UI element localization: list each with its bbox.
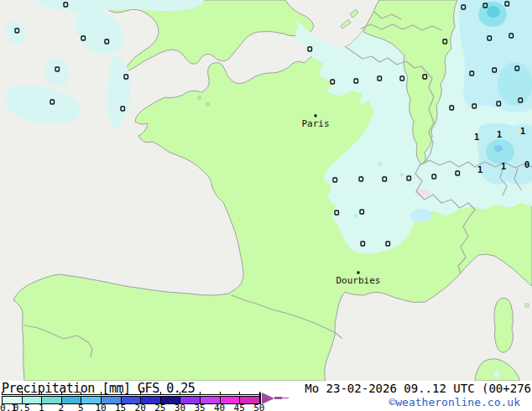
legend-scale-label: 1 [39,403,44,411]
legend-scale-label: 40 [214,403,225,411]
station-value: 1 [474,132,480,143]
legend-bar-topline [2,394,260,395]
legend-tick [81,392,81,395]
legend-tick [101,392,102,395]
precipitation-map-svg: 111110 ParisDourbies [0,0,532,381]
island-small [206,103,209,106]
forecast-datetime: Mo 23-02-2026 09..12 UTC (00+276 [305,382,531,395]
legend-bar-area: Precipitation [mm] GFS 0.25 0.10.5125101… [0,381,532,411]
legend-arrow-tick [259,393,261,404]
legend-scale-label: 25 [154,403,165,411]
legend-scale-label: 15 [115,403,126,411]
legend-tick [220,392,221,395]
legend-scale-label: 30 [175,403,185,411]
legend-scale-label: 5 [78,403,84,411]
city-label: Paris [301,118,329,129]
station-value: 1 [477,164,483,175]
city-marker-dot [357,272,360,274]
legend-scale-label: 2 [58,403,64,411]
station-value: 1 [501,161,507,172]
copyright-link[interactable]: ©weatheronline.co.uk [389,396,520,408]
station-value: 0 [524,159,530,170]
legend-scale-label: 10 [95,403,106,411]
legend-arrow-tail-thin [282,398,289,398]
legend-arrow-tail [274,397,282,399]
precip-patch-l2 [410,209,432,222]
legend-tick [160,392,161,395]
legend-scale-label: 20 [135,403,146,411]
legend-scale-label: 35 [194,403,205,411]
legend-tick [140,392,141,395]
island-corsica [494,298,514,352]
legend-tick [2,392,3,395]
legend-tick [180,392,180,395]
legend-tick [41,392,42,395]
city-label: Dourbies [336,275,381,286]
legend-tick [239,392,240,395]
precip-patch-core [487,6,500,18]
legend-scale-label: 45 [234,403,245,411]
city-marker-dot [315,115,317,117]
island-small [198,96,201,99]
legend-tick [200,392,201,395]
station-value: 1 [497,129,503,140]
legend-arrow-icon [262,393,274,404]
legend-tick [121,392,122,395]
legend-tick [61,392,62,395]
island-small [525,304,529,307]
station-value: 1 [520,126,526,137]
precip-speck [494,371,500,377]
legend-tick [22,392,23,395]
legend-scale-label: 0.5 [13,403,30,411]
weather-map: 111110 ParisDourbies [0,0,532,381]
precip-patch-core [494,145,503,152]
